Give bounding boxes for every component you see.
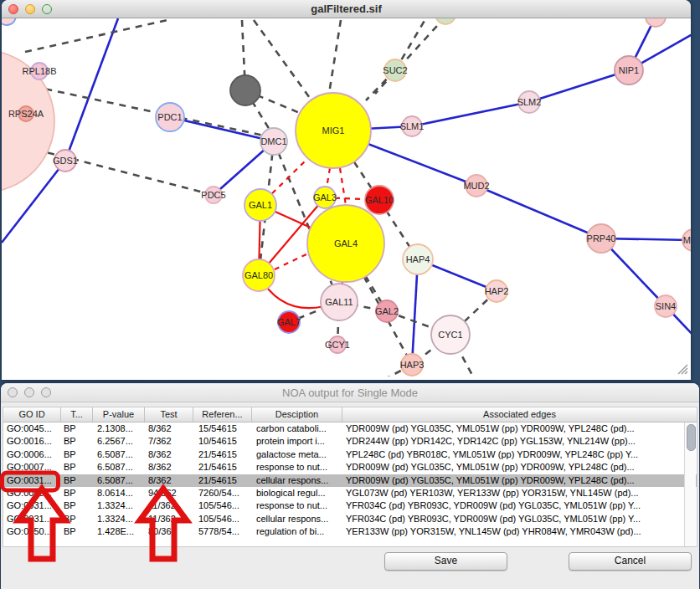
table-cell-p: 6.5087...: [93, 474, 145, 487]
graph-node-mud2[interactable]: MUD2: [463, 175, 489, 197]
table-cell-ref: 5778/54...: [193, 525, 252, 538]
table-cell-desc: cellular respons...: [252, 513, 342, 525]
graph-node-label: GAL1: [249, 200, 272, 210]
scrollbar-thumb[interactable]: [687, 424, 696, 451]
graph-node-suc2[interactable]: SUC2: [383, 59, 407, 81]
graph-node-label: GAL10: [365, 195, 394, 205]
graph-node-label: PDC1: [157, 112, 182, 122]
table-cell-ref: 21/54615: [193, 474, 252, 487]
graph-node-gal7[interactable]: GAL7: [277, 311, 301, 333]
graph-node-hap2[interactable]: HAP2: [485, 280, 509, 302]
graph-node-gal80[interactable]: GAL80: [243, 259, 275, 291]
table-cell-ref: 21/54615: [193, 448, 252, 461]
graph-node-hap4[interactable]: HAP4: [403, 244, 433, 274]
graph-node-gds1[interactable]: GDS1: [53, 150, 78, 172]
graph-node-label: GDS1: [53, 156, 78, 166]
column-header-4[interactable]: Referen...: [193, 407, 252, 422]
graph-edge: [23, 146, 214, 195]
graph-node-hap3[interactable]: HAP3: [400, 354, 425, 376]
table-cell-edges: YPL248C (pd) YBR018C, YML051W (pp) YDR00…: [342, 448, 697, 461]
network-canvas[interactable]: RPL18BRPS24AGDS1PDC1PDC5MIG1SUC2SLM1SLM2…: [2, 18, 691, 376]
graph-node-gal10[interactable]: GAL10: [365, 186, 394, 214]
table-row[interactable]: GO:0016...BP6.2567...7/36210/54615protei…: [3, 435, 697, 448]
column-header-3[interactable]: Test: [145, 407, 193, 422]
graph-node-label: GCY1: [325, 340, 350, 350]
table-cell-edges: YER133W (pp) YOR315W, YNL145W (pd) YHR08…: [342, 525, 697, 538]
column-header-5[interactable]: Desciption: [252, 407, 342, 422]
column-header-6[interactable]: Associated edges: [342, 407, 697, 422]
graph-node-slm1[interactable]: SLM1: [400, 116, 425, 136]
graph-node-cyc1[interactable]: CYC1: [431, 315, 470, 354]
graph-node-label: GAL4: [334, 238, 358, 248]
graph-node-gal3[interactable]: GAL3: [313, 187, 337, 208]
graph-node-pdc5[interactable]: PDC5: [201, 187, 225, 203]
noa-titlebar[interactable]: NOA output for Single Mode: [1, 383, 699, 402]
noa-window-title: NOA output for Single Mode: [1, 387, 699, 399]
graph-node-prp40[interactable]: PRP40: [587, 224, 616, 253]
graph-node-gal4[interactable]: GAL4: [307, 205, 384, 282]
graph-node-dmc1[interactable]: DMC1: [260, 128, 287, 155]
table-cell-ref: 15/54615: [193, 423, 252, 435]
resize-grip[interactable]: [678, 365, 687, 374]
graph-node-mig1[interactable]: MIG1: [296, 93, 371, 168]
table-row[interactable]: GO:0007...BP6.5087...8/36221/54615respon…: [3, 461, 697, 474]
noa-table: GO IDT...P-valueTestReferen...Desciption…: [3, 407, 697, 547]
graph-node-gal2[interactable]: GAL2: [375, 300, 399, 322]
table-cell-edges: YDR009W (pd) YGL035C, YML051W (pp) YDR00…: [342, 423, 697, 435]
cut-node-top-left[interactable]: [2, 18, 16, 25]
graph-node-label: SUC2: [383, 65, 407, 75]
table-cell-go: GO:0050...: [3, 525, 61, 538]
column-header-0[interactable]: GO ID: [3, 407, 61, 422]
graph-edge: [476, 186, 601, 238]
graph-node-gal11[interactable]: GAL11: [321, 284, 358, 320]
save-button[interactable]: Save: [384, 552, 507, 571]
gray-node[interactable]: [230, 75, 260, 105]
table-cell-test: 94/362: [145, 487, 193, 499]
graph-node-label: GAL7: [277, 317, 301, 327]
table-row[interactable]: GO:0006...BP6.5087...8/36221/54615galact…: [3, 448, 697, 461]
column-header-1[interactable]: T...: [61, 407, 93, 422]
column-header-2[interactable]: P-value: [93, 407, 145, 422]
table-row[interactable]: GO:0031...BP6.5087...8/36221/54615cellul…: [3, 474, 697, 487]
graph-node-nip1[interactable]: NIP1: [615, 56, 643, 85]
graph-edge: [529, 70, 629, 102]
table-row[interactable]: GO:0065...BP8.0614...94/3627260/54...bio…: [3, 487, 697, 499]
graph-node-label: MUD2: [463, 181, 489, 191]
table-cell-test: 11/362: [145, 499, 193, 512]
nodes-layer: RPL18BRPS24AGDS1PDC1PDC5MIG1SUC2SLM1SLM2…: [2, 18, 691, 376]
table-cell-ref: 105/546...: [193, 513, 252, 525]
table-scrollbar[interactable]: [684, 423, 696, 546]
table-body: GO:0045...BP2.1308...8/36215/54615carbon…: [3, 423, 697, 539]
graph-node-label: GAL2: [375, 306, 399, 316]
table-cell-edges: YGL073W (pd) YER103W, YER133W (pp) YOR31…: [342, 487, 697, 499]
graph-node-label: CYC1: [438, 330, 462, 340]
cut-node-top-right[interactable]: [646, 18, 666, 27]
table-cell-desc: response to nut...: [252, 499, 342, 512]
graph-node-gcy1[interactable]: GCY1: [325, 336, 350, 353]
noa-window: NOA output for Single Mode GO IDT...P-va…: [1, 383, 699, 589]
table-row[interactable]: GO:0045...BP2.1308...8/36215/54615carbon…: [3, 423, 697, 435]
graph-node-slm2[interactable]: SLM2: [517, 91, 542, 113]
table-row[interactable]: GO:0031...BP1.3324...11/362105/546...cel…: [3, 513, 697, 525]
table-cell-edges: YDR244W (pp) YDR142C, YDR142C (pp) YGL15…: [342, 435, 697, 448]
graph-edge: [328, 20, 341, 99]
table-cell-ref: 21/54615: [193, 461, 252, 474]
table-row[interactable]: GO:0050...BP1.428E...80/3625778/54...reg…: [3, 525, 697, 538]
graph-edge: [412, 102, 529, 126]
graph-node-label: PRP40: [587, 233, 616, 243]
table-cell-test: 7/362: [145, 435, 193, 448]
table-cell-go: GO:0031...: [3, 499, 61, 512]
table-cell-test: 80/362: [145, 525, 193, 538]
graph-node-label: HAP4: [406, 254, 430, 264]
table-cell-p: 8.0614...: [93, 487, 145, 499]
window-title: galFiltered.sif: [2, 3, 691, 15]
network-titlebar[interactable]: galFiltered.sif: [2, 0, 691, 18]
cancel-button[interactable]: Cancel: [569, 552, 692, 571]
graph-node-pdc1[interactable]: PDC1: [156, 103, 184, 131]
table-row[interactable]: GO:0031...BP1.3324...11/362105/546...res…: [3, 499, 697, 512]
graph-node-msn[interactable]: MSN: [682, 229, 691, 251]
graph-node-gal1[interactable]: GAL1: [244, 189, 276, 221]
cut-node-top-green[interactable]: [435, 18, 456, 24]
table-cell-type: BP: [61, 513, 93, 525]
graph-node-sin4[interactable]: SIN4: [655, 295, 677, 317]
